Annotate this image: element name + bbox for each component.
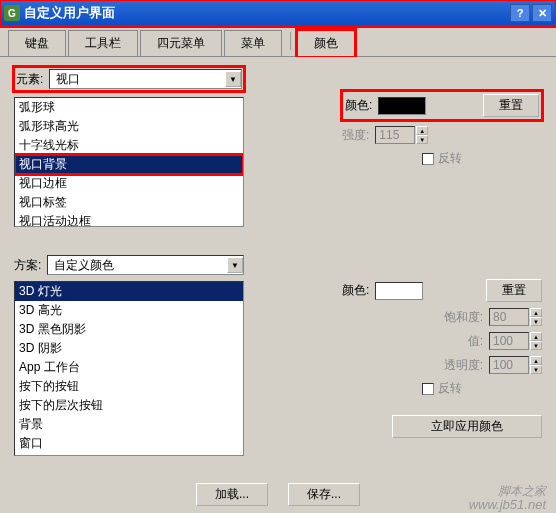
scheme-combo-value: 自定义颜色 bbox=[48, 256, 227, 275]
alpha-spinner: ▲▼ bbox=[489, 356, 542, 374]
color2-swatch[interactable] bbox=[375, 282, 423, 300]
list-item[interactable]: 窗口文本 bbox=[15, 453, 243, 456]
close-button[interactable]: ✕ bbox=[532, 4, 552, 22]
spin-up-icon: ▲ bbox=[416, 126, 428, 135]
color2-label: 颜色: bbox=[342, 282, 369, 299]
apply-color-button[interactable]: 立即应用颜色 bbox=[392, 415, 542, 438]
tab-menu[interactable]: 菜单 bbox=[224, 30, 282, 56]
list-item[interactable]: 3D 阴影 bbox=[15, 339, 243, 358]
saturation-label: 饱和度: bbox=[444, 309, 483, 326]
intensity-spinner: ▲▼ bbox=[375, 126, 428, 144]
intensity-label: 强度: bbox=[342, 127, 369, 144]
tab-color[interactable]: 颜色 bbox=[297, 30, 355, 57]
list-item[interactable]: 视口边框 bbox=[15, 174, 243, 193]
help-button[interactable]: ? bbox=[510, 4, 530, 22]
load-button[interactable]: 加载... bbox=[196, 483, 268, 506]
scheme-label: 方案: bbox=[14, 257, 41, 274]
list-item[interactable]: 窗口 bbox=[15, 434, 243, 453]
app-icon: G bbox=[4, 5, 20, 21]
element-combo-value: 视口 bbox=[50, 70, 225, 89]
invert2-checkbox bbox=[422, 383, 434, 395]
list-item[interactable]: App 工作台 bbox=[15, 358, 243, 377]
invert2-label: 反转 bbox=[438, 380, 462, 397]
invert1-label: 反转 bbox=[438, 150, 462, 167]
titlebar: G 自定义用户界面 ? ✕ bbox=[0, 0, 556, 26]
list-item-selected[interactable]: 视口背景 bbox=[15, 155, 243, 174]
color1-label: 颜色: bbox=[345, 97, 372, 114]
reset-color2-button[interactable]: 重置 bbox=[486, 279, 542, 302]
element-combo[interactable]: 视口 ▼ bbox=[49, 69, 242, 89]
tabbar: 键盘 工具栏 四元菜单 菜单 颜色 bbox=[0, 26, 556, 57]
tab-quadmenu[interactable]: 四元菜单 bbox=[140, 30, 222, 56]
tab-separator bbox=[290, 32, 291, 50]
window-title: 自定义用户界面 bbox=[24, 4, 510, 22]
invert1-checkbox bbox=[422, 153, 434, 165]
alpha-label: 透明度: bbox=[444, 357, 483, 374]
tab-toolbar[interactable]: 工具栏 bbox=[68, 30, 138, 56]
list-item[interactable]: 视口活动边框 bbox=[15, 212, 243, 227]
chevron-down-icon[interactable]: ▼ bbox=[225, 71, 241, 87]
spin-down-icon: ▼ bbox=[416, 135, 428, 144]
element-listbox[interactable]: 弧形球 弧形球高光 十字线光标 视口背景 视口边框 视口标签 视口活动边框 视口… bbox=[14, 97, 244, 227]
spin-down-icon: ▼ bbox=[530, 365, 542, 374]
spin-down-icon: ▼ bbox=[530, 341, 542, 350]
value-spinner: ▲▼ bbox=[489, 332, 542, 350]
spin-up-icon: ▲ bbox=[530, 308, 542, 317]
list-item[interactable]: 按下的层次按钮 bbox=[15, 396, 243, 415]
spin-up-icon: ▲ bbox=[530, 356, 542, 365]
spin-down-icon: ▼ bbox=[530, 317, 542, 326]
content-area: 元素: 视口 ▼ 弧形球 弧形球高光 十字线光标 视口背景 视口边框 视口标签 … bbox=[0, 57, 556, 513]
scheme-combo[interactable]: 自定义颜色 ▼ bbox=[47, 255, 244, 275]
value-label: 值: bbox=[468, 333, 483, 350]
saturation-spinner: ▲▼ bbox=[489, 308, 542, 326]
reset-color1-button[interactable]: 重置 bbox=[483, 94, 539, 117]
list-item[interactable]: 弧形球高光 bbox=[15, 117, 243, 136]
scheme-listbox[interactable]: 3D 灯光 3D 高光 3D 黑色阴影 3D 阴影 App 工作台 按下的按钮 … bbox=[14, 281, 244, 456]
tab-keyboard[interactable]: 键盘 bbox=[8, 30, 66, 56]
save-button[interactable]: 保存... bbox=[288, 483, 360, 506]
list-item[interactable]: 按下的按钮 bbox=[15, 377, 243, 396]
chevron-down-icon[interactable]: ▼ bbox=[227, 257, 243, 273]
list-item[interactable]: 十字线光标 bbox=[15, 136, 243, 155]
list-item[interactable]: 背景 bbox=[15, 415, 243, 434]
spin-up-icon: ▲ bbox=[530, 332, 542, 341]
element-label: 元素: bbox=[16, 71, 43, 88]
list-item[interactable]: 视口标签 bbox=[15, 193, 243, 212]
list-item[interactable]: 弧形球 bbox=[15, 98, 243, 117]
list-item[interactable]: 3D 黑色阴影 bbox=[15, 320, 243, 339]
list-item-selected[interactable]: 3D 灯光 bbox=[15, 282, 243, 301]
list-item[interactable]: 3D 高光 bbox=[15, 301, 243, 320]
color1-swatch[interactable] bbox=[378, 97, 426, 115]
